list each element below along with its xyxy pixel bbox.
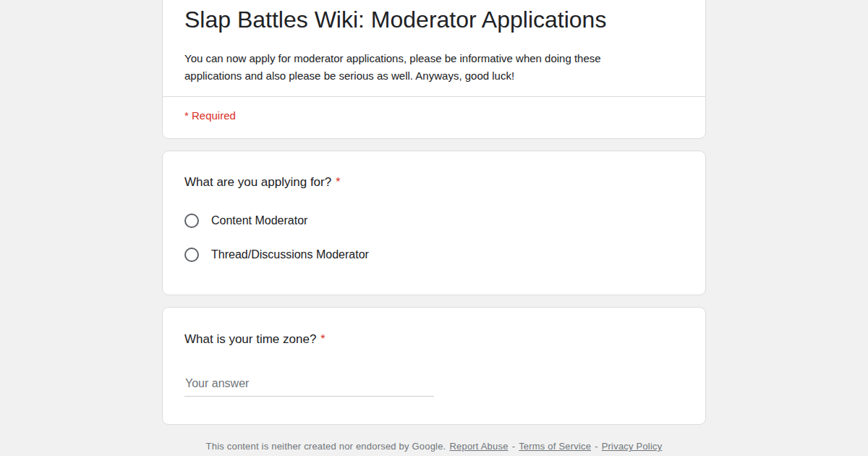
report-abuse-link[interactable]: Report Abuse: [449, 441, 508, 452]
radio-option-label: Content Moderator: [211, 213, 307, 229]
required-asterisk: *: [336, 176, 340, 188]
form-title: Slap Battles Wiki: Moderator Application…: [184, 4, 684, 35]
form-header-card: Slap Battles Wiki: Moderator Application…: [162, 0, 706, 139]
privacy-policy-link[interactable]: Privacy Policy: [602, 441, 663, 452]
footer-disclaimer: This content is neither created nor endo…: [206, 441, 446, 452]
form-column: Slap Battles Wiki: Moderator Application…: [162, 0, 706, 452]
required-note: * Required: [184, 109, 236, 122]
time-zone-input[interactable]: [184, 376, 434, 397]
radio-option-label: Thread/Discussions Moderator: [211, 247, 369, 263]
radio-option-thread-discussions-moderator[interactable]: Thread/Discussions Moderator: [184, 247, 684, 263]
question-card-time-zone: What is your time zone?*: [162, 307, 706, 425]
question-label: What are you applying for?: [184, 175, 331, 189]
question-title: What is your time zone?*: [184, 332, 684, 347]
footer-separator: -: [512, 441, 516, 452]
radio-option-content-moderator[interactable]: Content Moderator: [184, 213, 684, 229]
form-footer: This content is neither created nor endo…: [162, 441, 706, 452]
required-asterisk: *: [320, 333, 325, 345]
terms-of-service-link[interactable]: Terms of Service: [519, 441, 591, 452]
form-header-main: Slap Battles Wiki: Moderator Application…: [163, 0, 705, 96]
short-answer-field-wrapper: [184, 376, 684, 397]
radio-button-icon[interactable]: [184, 248, 199, 262]
question-title: What are you applying for?*: [184, 174, 684, 190]
form-description: You can now apply for moderator applicat…: [184, 50, 684, 85]
question-label: What is your time zone?: [184, 332, 316, 346]
radio-button-icon[interactable]: [184, 214, 199, 228]
required-section: * Required: [163, 96, 705, 138]
radio-option-group: Content Moderator Thread/Discussions Mod…: [184, 213, 684, 263]
footer-separator: -: [595, 441, 598, 452]
question-card-applying-for: What are you applying for?* Content Mode…: [162, 151, 706, 295]
google-form-page: Slap Battles Wiki: Moderator Application…: [0, 0, 868, 456]
